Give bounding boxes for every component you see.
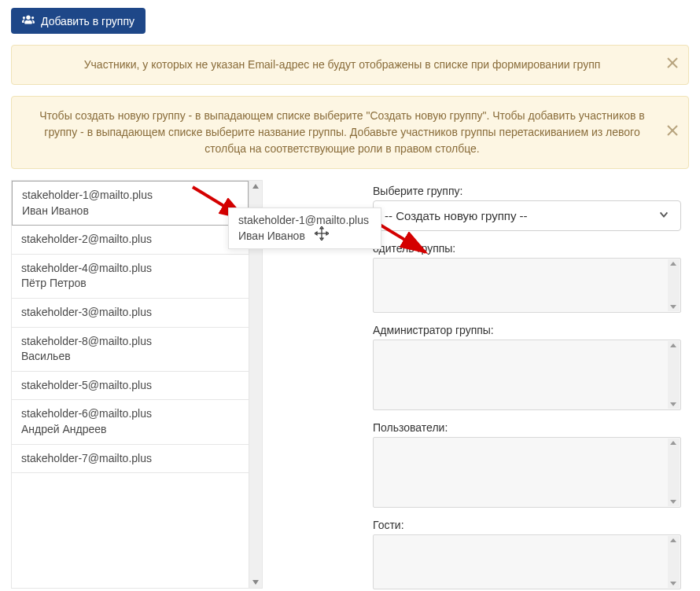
drag-ghost-name: Иван Иванов bbox=[238, 229, 305, 242]
list-item-email: stakeholder-2@mailto.plus bbox=[21, 232, 239, 248]
list-item[interactable]: stakeholder-3@mailto.plus bbox=[12, 299, 249, 328]
group-guests-label: Гости: bbox=[373, 519, 681, 531]
list-item-email: stakeholder-7@mailto.plus bbox=[21, 451, 239, 467]
group-admin-dropzone[interactable] bbox=[373, 340, 681, 410]
move-cursor-icon bbox=[315, 226, 329, 243]
group-leader-dropzone[interactable] bbox=[373, 258, 681, 313]
alert-no-email-text: Участники, у которых не указан Email-адр… bbox=[84, 58, 601, 71]
list-item-email: stakeholder-4@mailto.plus bbox=[21, 261, 239, 277]
scrollbar[interactable] bbox=[668, 439, 680, 506]
scrollbar[interactable] bbox=[668, 536, 680, 588]
add-to-group-label: Добавить в группу bbox=[41, 15, 134, 28]
users-icon bbox=[22, 14, 35, 28]
group-guests-dropzone[interactable] bbox=[373, 534, 681, 589]
scrollbar[interactable] bbox=[668, 259, 680, 311]
drag-ghost-email: stakeholder-1@mailto.plus bbox=[238, 213, 371, 229]
list-item-name: Пётр Петров bbox=[21, 276, 239, 292]
group-users-label: Пользователи: bbox=[373, 421, 681, 434]
participants-pane: stakeholder-1@mailto.plusИван Ивановstak… bbox=[11, 180, 263, 589]
list-item-name: Васильев bbox=[21, 349, 239, 365]
select-group-label: Выберите группу: bbox=[373, 185, 681, 197]
list-item-email: stakeholder-3@mailto.plus bbox=[21, 305, 239, 321]
list-item-email: stakeholder-5@mailto.plus bbox=[21, 378, 239, 394]
alert-no-email: Участники, у которых не указан Email-адр… bbox=[11, 45, 689, 85]
group-users-dropzone[interactable] bbox=[373, 437, 681, 508]
list-item[interactable]: stakeholder-7@mailto.plus bbox=[12, 445, 249, 474]
list-item[interactable]: stakeholder-5@mailto.plus bbox=[12, 372, 249, 401]
participants-list[interactable]: stakeholder-1@mailto.plusИван Ивановstak… bbox=[12, 181, 249, 588]
add-to-group-button[interactable]: Добавить в группу bbox=[11, 8, 146, 34]
list-item[interactable]: stakeholder-6@mailto.plusАндрей Андреев bbox=[12, 400, 249, 444]
chevron-down-icon bbox=[658, 209, 669, 222]
list-item[interactable]: stakeholder-8@mailto.plusВасильев bbox=[12, 328, 249, 372]
alert-howto: Чтобы создать новую группу - в выпадающе… bbox=[11, 96, 689, 169]
list-item-name: Андрей Андреев bbox=[21, 422, 239, 438]
drag-ghost-name-row: Иван Иванов bbox=[238, 229, 371, 244]
group-admin-label: Администратор группы: bbox=[373, 324, 681, 336]
close-icon[interactable] bbox=[666, 57, 679, 74]
list-item-email: stakeholder-8@mailto.plus bbox=[21, 334, 239, 350]
list-item[interactable]: stakeholder-2@mailto.plus bbox=[12, 226, 249, 255]
alert-howto-text: Чтобы создать новую группу - в выпадающе… bbox=[39, 109, 644, 155]
list-item-email: stakeholder-6@mailto.plus bbox=[21, 406, 239, 422]
drag-ghost: stakeholder-1@mailto.plus Иван Иванов bbox=[228, 207, 381, 249]
scrollbar[interactable] bbox=[668, 341, 680, 409]
close-icon[interactable] bbox=[666, 124, 679, 141]
list-item[interactable]: stakeholder-4@mailto.plusПётр Петров bbox=[12, 255, 249, 299]
